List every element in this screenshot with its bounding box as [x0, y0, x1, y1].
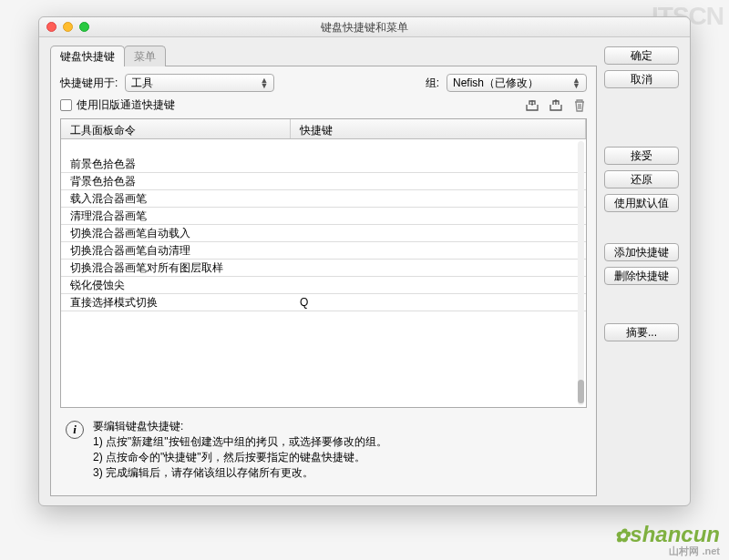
zoom-icon[interactable]	[79, 22, 89, 32]
cell-command: 背景色拾色器	[61, 174, 291, 189]
set-select[interactable]: Nefish（已修改） ▲▼	[447, 74, 587, 92]
cell-shortcut[interactable]: Q	[291, 296, 586, 309]
table-row[interactable]: 切换混合器画笔自动清理	[61, 242, 586, 260]
save-set-icon[interactable]	[525, 99, 539, 112]
shortcuts-for-label: 快捷键用于:	[60, 76, 118, 91]
window-controls	[46, 22, 89, 32]
trash-icon[interactable]	[572, 99, 587, 112]
defaults-button[interactable]: 使用默认值	[604, 194, 679, 212]
table-row[interactable]: 切换混合器画笔对所有图层取样	[61, 260, 586, 277]
close-icon[interactable]	[46, 22, 56, 32]
chevron-updown-icon: ▲▼	[572, 77, 580, 88]
accept-button[interactable]: 接受	[604, 147, 679, 165]
info-icon: i	[66, 421, 84, 439]
cell-command: 载入混合器画笔	[61, 191, 291, 207]
watermark-bottom: ✿shancun 山村网 .net	[614, 522, 720, 555]
titlebar: 键盘快捷键和菜单	[39, 17, 690, 37]
chevron-updown-icon: ▲▼	[260, 77, 268, 88]
cell-command: 锐化侵蚀尖	[61, 278, 291, 293]
help-line-1: 1) 点按"新建组"按钮创建选中组的拷贝，或选择要修改的组。	[93, 434, 387, 450]
help-section: i 要编辑键盘快捷键: 1) 点按"新建组"按钮创建选中组的拷贝，或选择要修改的…	[60, 419, 587, 486]
undo-button[interactable]: 还原	[604, 170, 679, 188]
set-value: Nefish（已修改）	[453, 76, 539, 91]
add-shortcut-button[interactable]: 添加快捷键	[604, 243, 679, 261]
summary-button[interactable]: 摘要...	[604, 323, 679, 341]
table-row[interactable]: 直接选择模式切换Q	[61, 294, 586, 311]
shortcuts-for-value: 工具	[131, 76, 153, 91]
cell-command: 直接选择模式切换	[61, 295, 291, 311]
new-set-icon[interactable]	[549, 99, 563, 112]
cancel-button[interactable]: 取消	[604, 70, 679, 88]
col-shortcut[interactable]: 快捷键	[291, 119, 586, 138]
shortcuts-table: 工具面板命令 快捷键 前景色拾色器背景色拾色器载入混合器画笔清理混合器画笔切换混…	[60, 118, 587, 408]
table-row[interactable]: 锐化侵蚀尖	[61, 277, 586, 294]
table-row[interactable]: 背景色拾色器	[61, 173, 586, 190]
help-line-2: 2) 点按命令的"快捷键"列，然后按要指定的键盘快捷键。	[93, 450, 387, 465]
tab-bar: 键盘快捷键 菜单	[50, 46, 597, 66]
col-command[interactable]: 工具面板命令	[61, 119, 291, 138]
cell-command: 切换混合器画笔自动载入	[61, 226, 291, 241]
set-label: 组:	[426, 76, 439, 91]
table-row[interactable]: 切换混合器画笔自动载入	[61, 225, 586, 242]
scroll-thumb[interactable]	[578, 380, 584, 403]
table-row[interactable]: 前景色拾色器	[61, 156, 586, 173]
dialog-window: 键盘快捷键和菜单 键盘快捷键 菜单 快捷键用于: 工具 ▲▼	[38, 16, 691, 506]
tab-shortcuts[interactable]: 键盘快捷键	[50, 46, 125, 66]
cell-command: 切换混合器画笔自动清理	[61, 243, 291, 259]
ok-button[interactable]: 确定	[604, 46, 679, 65]
table-row[interactable]: 清理混合器画笔	[61, 208, 586, 225]
legacy-checkbox[interactable]	[60, 99, 72, 111]
help-title: 要编辑键盘快捷键:	[93, 419, 387, 434]
legacy-checkbox-label: 使用旧版通道快捷键	[77, 97, 175, 113]
window-title: 键盘快捷键和菜单	[39, 17, 690, 37]
tab-menus[interactable]: 菜单	[124, 46, 166, 66]
cell-command: 切换混合器画笔对所有图层取样	[61, 260, 291, 276]
cell-command: 清理混合器画笔	[61, 209, 291, 224]
shortcuts-panel: 快捷键用于: 工具 ▲▼ 组: Nefish（已修改） ▲▼	[50, 66, 597, 496]
delete-shortcut-button[interactable]: 删除快捷键	[604, 267, 679, 285]
table-row[interactable]: 载入混合器画笔	[61, 190, 586, 208]
minimize-icon[interactable]	[63, 22, 73, 32]
help-line-3: 3) 完成编辑后，请存储该组以存储所有更改。	[93, 465, 387, 481]
cell-command: 前景色拾色器	[61, 157, 291, 172]
shortcuts-for-select[interactable]: 工具 ▲▼	[125, 74, 274, 92]
scrollbar[interactable]	[578, 141, 584, 405]
